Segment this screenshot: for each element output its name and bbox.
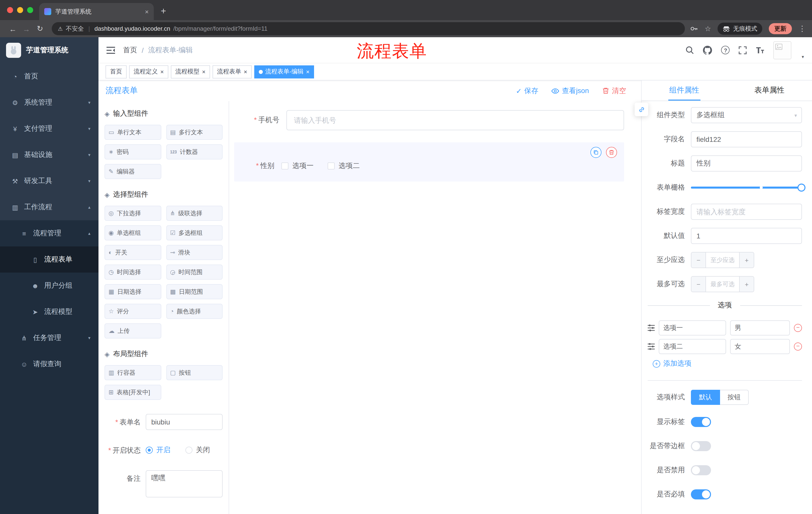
sidebar-item-user-groups[interactable]: ☻ 用户分组: [0, 273, 98, 299]
sidebar-item-task-management[interactable]: ⋔ 任务管理 ▾: [0, 325, 98, 351]
view-json-button[interactable]: 查看json: [551, 86, 589, 95]
option-value-input[interactable]: [730, 320, 790, 335]
palette-item-table[interactable]: ⊞表格[开发中]: [105, 385, 161, 400]
palette-item-single-line-text[interactable]: ▭单行文本: [105, 125, 161, 140]
sidebar-item-dev-tools[interactable]: ⚒ 研发工具 ▾: [0, 168, 98, 194]
option-value-input[interactable]: [730, 339, 790, 354]
decrease-button[interactable]: −: [691, 277, 706, 292]
minimize-window-button[interactable]: [17, 7, 23, 13]
palette-item-upload[interactable]: ☁上传: [105, 323, 161, 339]
palette-item-rate[interactable]: ☆评分: [105, 304, 161, 319]
disabled-switch[interactable]: [691, 465, 711, 475]
tab-close-icon[interactable]: ×: [145, 8, 149, 15]
fullscreen-icon[interactable]: [739, 46, 747, 54]
tag-process-form-edit[interactable]: 流程表单-编辑 ×: [254, 65, 314, 78]
palette-item-radio-group[interactable]: ◉单选框组: [105, 225, 161, 240]
slider-handle[interactable]: [798, 184, 806, 192]
option-label-input[interactable]: [659, 320, 726, 335]
palette-item-password[interactable]: ∗密码: [105, 144, 161, 159]
forward-icon[interactable]: →: [20, 24, 33, 33]
form-grid-slider[interactable]: [691, 180, 802, 196]
max-select-placeholder[interactable]: 最多可选: [706, 277, 739, 292]
collapse-sidebar-icon[interactable]: [107, 46, 115, 54]
field-name-input[interactable]: [691, 131, 802, 147]
min-select-placeholder[interactable]: 至少应选: [706, 252, 739, 268]
close-window-button[interactable]: [7, 7, 13, 13]
copy-component-button[interactable]: [590, 147, 602, 158]
tag-close-icon[interactable]: ×: [202, 68, 205, 75]
clear-button[interactable]: 清空: [602, 86, 626, 95]
back-icon[interactable]: ←: [6, 24, 20, 33]
palette-item-select[interactable]: ◎下拉选择: [105, 206, 161, 221]
style-default-button[interactable]: 默认: [691, 390, 720, 405]
status-radio-off[interactable]: 关闭: [185, 445, 210, 455]
tab-form-props[interactable]: 表单属性: [727, 80, 812, 101]
palette-item-time-range[interactable]: ◶时间范围: [166, 265, 223, 280]
required-switch[interactable]: [691, 489, 711, 499]
increase-button[interactable]: +: [739, 252, 754, 268]
external-link-button[interactable]: [635, 103, 648, 116]
new-tab-button[interactable]: +: [161, 6, 166, 17]
search-icon[interactable]: [686, 46, 694, 54]
help-icon[interactable]: ?: [721, 46, 730, 54]
border-switch[interactable]: [691, 441, 711, 451]
tag-process-definition[interactable]: 流程定义 ×: [129, 65, 168, 78]
tag-process-form[interactable]: 流程表单 ×: [212, 65, 252, 78]
update-button[interactable]: 更新: [769, 23, 792, 34]
tag-close-icon[interactable]: ×: [160, 68, 164, 75]
palette-item-date-range[interactable]: ▩日期范围: [166, 284, 223, 299]
component-type-select[interactable]: 多选框组 ▾: [691, 107, 802, 123]
form-canvas[interactable]: *手机号: [229, 101, 641, 514]
gender-option-1[interactable]: 选项一: [281, 161, 314, 170]
phone-input[interactable]: [286, 110, 624, 130]
palette-item-switch[interactable]: ◐开关: [105, 245, 161, 260]
form-remark-textarea[interactable]: 嘿嘿: [146, 470, 223, 497]
bookmark-star-icon[interactable]: ☆: [705, 25, 711, 33]
status-radio-on[interactable]: 开启: [146, 445, 170, 455]
palette-item-editor[interactable]: ✎编辑器: [105, 164, 161, 179]
palette-item-color-picker[interactable]: ◔颜色选择: [166, 304, 223, 319]
maximize-window-button[interactable]: [27, 7, 33, 13]
option-label-input[interactable]: [659, 339, 726, 354]
title-input[interactable]: [691, 155, 802, 171]
gender-option-2[interactable]: 选项二: [328, 161, 360, 170]
increase-button[interactable]: +: [739, 277, 754, 292]
tag-process-model[interactable]: 流程模型 ×: [171, 65, 210, 78]
drag-handle-icon[interactable]: [648, 343, 655, 351]
palette-item-time-picker[interactable]: ◷时间选择: [105, 265, 161, 280]
sidebar-item-infrastructure[interactable]: ▤ 基础设施 ▾: [0, 142, 98, 168]
sidebar-item-process-form[interactable]: ▯ 流程表单: [0, 246, 98, 273]
tag-close-icon[interactable]: ×: [244, 68, 247, 75]
sidebar-item-payment-management[interactable]: ¥ 支付管理 ▾: [0, 116, 98, 142]
save-button[interactable]: ✓ 保存: [516, 86, 538, 95]
palette-item-date-picker[interactable]: ▦日期选择: [105, 284, 161, 299]
sidebar-item-workflow[interactable]: ▥ 工作流程 ▴: [0, 194, 98, 220]
font-size-icon[interactable]: [756, 47, 764, 54]
delete-component-button[interactable]: [606, 147, 617, 158]
add-option-button[interactable]: + 添加选项: [653, 359, 802, 368]
palette-item-checkbox-group[interactable]: ☑多选框组: [166, 225, 223, 240]
decrease-button[interactable]: −: [691, 252, 706, 268]
breadcrumb-home[interactable]: 首页: [123, 46, 137, 55]
remove-option-icon[interactable]: −: [794, 324, 802, 332]
sidebar-item-home[interactable]: ◔ 首页: [0, 63, 98, 89]
palette-item-cascader[interactable]: ⋔级联选择: [166, 206, 223, 221]
palette-item-slider[interactable]: ⊸滑块: [166, 245, 223, 260]
tag-close-icon[interactable]: ×: [306, 68, 310, 75]
drag-handle-icon[interactable]: [648, 324, 655, 332]
phone-field-row[interactable]: *手机号: [234, 110, 624, 130]
sidebar-item-leave-query[interactable]: ☺ 请假查询: [0, 351, 98, 377]
sidebar-item-system-management[interactable]: ⚙ 系统管理 ▾: [0, 89, 98, 116]
sidebar-item-process-management[interactable]: ≡ 流程管理 ▴: [0, 220, 98, 246]
tag-home[interactable]: 首页: [106, 65, 127, 78]
label-width-input[interactable]: [691, 204, 802, 220]
browser-menu-icon[interactable]: ⋮: [799, 24, 806, 33]
palette-item-button[interactable]: ▢按钮: [166, 365, 223, 380]
sidebar-item-process-model[interactable]: ➤ 流程模型: [0, 299, 98, 325]
url-bar[interactable]: ⚠ 不安全 | dashboard.yudao.iocoder.cn/bpm/m…: [52, 22, 685, 35]
gender-field-selected[interactable]: *性别 选项一 选项二: [234, 142, 624, 182]
password-key-icon[interactable]: [690, 25, 698, 33]
default-value-input[interactable]: [691, 228, 802, 244]
avatar[interactable]: [774, 41, 792, 59]
style-button-button[interactable]: 按钮: [720, 390, 749, 405]
